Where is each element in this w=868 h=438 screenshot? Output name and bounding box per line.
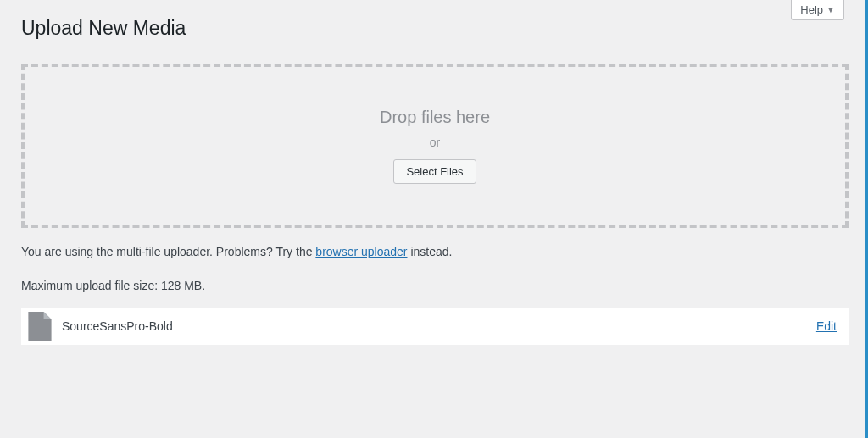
- dropzone-title: Drop files here: [380, 108, 490, 127]
- max-upload-size: Maximum upload file size: 128 MB.: [21, 279, 849, 292]
- file-icon: [28, 312, 52, 341]
- info-prefix: You are using the multi-file uploader. P…: [21, 245, 315, 258]
- edit-link[interactable]: Edit: [816, 319, 837, 333]
- help-label: Help: [800, 3, 823, 16]
- upload-dropzone[interactable]: Drop files here or Select Files: [21, 64, 849, 228]
- chevron-down-icon: ▼: [826, 5, 835, 14]
- media-item: SourceSansPro-Bold Edit: [21, 308, 849, 345]
- info-suffix: instead.: [408, 245, 453, 258]
- dropzone-or: or: [430, 136, 440, 149]
- page-title: Upload New Media: [21, 8, 849, 45]
- content-wrap: Upload New Media Drop files here or Sele…: [0, 0, 865, 345]
- media-file-name: SourceSansPro-Bold: [62, 319, 816, 333]
- browser-uploader-link[interactable]: browser uploader: [315, 245, 407, 258]
- help-tab-button[interactable]: Help ▼: [791, 0, 844, 20]
- select-files-button[interactable]: Select Files: [393, 159, 476, 184]
- uploader-info: You are using the multi-file uploader. P…: [21, 245, 849, 258]
